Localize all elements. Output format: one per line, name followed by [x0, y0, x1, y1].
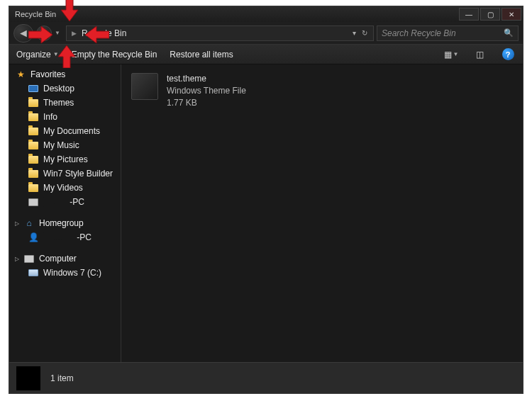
sidebar-item-label: Windows 7 (C:) [43, 268, 101, 278]
explorer-window: Recycle Bin — ▢ ✕ ◄ ► ▼ ▶ Recycle Bin ▾ … [9, 6, 523, 394]
computer-group: ▷ Computer Windows 7 (C:) [9, 252, 121, 280]
arrow-left-icon: ◄ [18, 27, 29, 40]
file-size: 1.77 KB [167, 97, 246, 109]
details-pane: 1 item [9, 362, 523, 393]
forward-button[interactable]: ► [36, 26, 52, 41]
computer-header[interactable]: ▷ Computer [9, 252, 121, 266]
expand-icon: ▷ [15, 220, 19, 227]
computer-icon [23, 254, 35, 264]
desktop-icon [28, 84, 39, 94]
preview-pane-icon: ◫ [476, 50, 484, 60]
folder-icon [28, 140, 39, 150]
history-dropdown[interactable]: ▼ [55, 30, 63, 36]
sidebar-item-desktop[interactable]: Desktop [9, 81, 121, 96]
maximize-icon: ▢ [487, 11, 494, 18]
breadcrumb-segment[interactable]: Recycle Bin [79, 28, 129, 38]
sidebar-item-my-pictures[interactable]: My Pictures [9, 152, 121, 166]
address-bar[interactable]: ▶ Recycle Bin ▾ ↻ [66, 26, 374, 41]
sidebar-item-label: My Documents [43, 126, 100, 136]
folder-icon [28, 169, 39, 179]
sidebar-item-label: Win7 Style Builder [43, 169, 113, 179]
folder-icon [28, 98, 39, 108]
search-icon: 🔍 [504, 28, 514, 38]
window-title: Recycle Bin [11, 10, 56, 18]
redacted-text: . [43, 197, 65, 207]
file-details: test.theme Windows Theme File 1.77 KB [167, 73, 246, 108]
homegroup-header[interactable]: ▷ ⌂ Homegroup [9, 216, 121, 230]
close-button[interactable]: ✕ [501, 8, 521, 21]
list-item[interactable]: test.theme Windows Theme File 1.77 KB [131, 73, 513, 108]
organize-menu[interactable]: Organize ▼ [16, 50, 59, 60]
arrow-right-icon: ► [38, 27, 50, 40]
favorites-label: Favorites [31, 69, 65, 79]
homegroup-group: ▷ ⌂ Homegroup 👤....-PC [9, 216, 121, 244]
sidebar-item-label: Themes [43, 98, 74, 108]
refresh-button[interactable]: ↻ [359, 29, 370, 37]
drive-icon [28, 268, 39, 278]
sidebar-item-info[interactable]: Info [9, 110, 121, 124]
close-icon: ✕ [509, 11, 514, 18]
details-thumbnail-icon [16, 366, 40, 390]
preview-pane-button[interactable]: ◫ [472, 47, 487, 62]
file-list[interactable]: test.theme Windows Theme File 1.77 KB [121, 64, 523, 362]
help-button[interactable]: ? [500, 47, 516, 62]
star-icon: ★ [15, 69, 26, 79]
file-type: Windows Theme File [167, 85, 246, 97]
computer-label: Computer [39, 254, 77, 264]
sidebar-item-themes[interactable]: Themes [9, 96, 121, 110]
computer-icon [28, 197, 39, 207]
search-placeholder: Search Recycle Bin [382, 28, 456, 38]
address-dropdown[interactable]: ▾ [350, 29, 359, 37]
folder-icon [28, 126, 39, 136]
navigation-pane: ★ Favorites Desktop Themes Info My Docum… [9, 64, 121, 362]
sidebar-item-label: My Music [43, 140, 79, 150]
sidebar-item-label: My Videos [43, 183, 83, 193]
sidebar-item-win7-style-builder[interactable]: Win7 Style Builder [9, 166, 121, 181]
sidebar-item-label: -PC [70, 197, 84, 207]
chevron-down-icon: ▼ [55, 30, 60, 36]
view-options-button[interactable]: ▦ ▼ [443, 47, 459, 62]
chevron-down-icon: ▼ [453, 51, 459, 57]
file-thumbnail-icon [131, 73, 158, 100]
favorites-group: ★ Favorites Desktop Themes Info My Docum… [9, 67, 121, 209]
window-body: ★ Favorites Desktop Themes Info My Docum… [9, 64, 523, 362]
organize-label: Organize [16, 50, 51, 60]
folder-icon [28, 183, 39, 193]
minimize-button[interactable]: — [459, 8, 479, 21]
redacted-text: .... [43, 232, 72, 242]
homegroup-icon: ⌂ [23, 218, 35, 228]
sidebar-item-label: Info [43, 112, 57, 122]
help-icon: ? [502, 48, 514, 60]
view-icon: ▦ [444, 50, 452, 60]
back-button[interactable]: ◄ [13, 24, 33, 43]
restore-all-button[interactable]: Restore all items [170, 50, 233, 60]
sidebar-item-homegroup-user[interactable]: 👤....-PC [9, 230, 121, 244]
minimize-icon: — [465, 11, 472, 18]
sidebar-item-label: Desktop [43, 84, 74, 94]
file-name: test.theme [167, 73, 246, 85]
expand-icon: ▷ [15, 256, 19, 262]
chevron-down-icon: ▼ [53, 51, 59, 57]
sidebar-item-label: My Pictures [43, 154, 88, 164]
user-icon: 👤 [28, 232, 39, 242]
empty-recycle-bin-button[interactable]: Empty the Recycle Bin [72, 50, 157, 60]
item-count: 1 item [50, 373, 74, 383]
breadcrumb-chevron-icon: ▶ [70, 30, 79, 37]
command-bar: Organize ▼ Empty the Recycle Bin Restore… [9, 45, 523, 64]
sidebar-item-drive-c[interactable]: Windows 7 (C:) [9, 266, 121, 280]
maximize-button[interactable]: ▢ [480, 8, 500, 21]
navigation-bar: ◄ ► ▼ ▶ Recycle Bin ▾ ↻ Search Recycle B… [9, 22, 523, 45]
folder-icon [28, 154, 39, 164]
sidebar-item-label: -PC [77, 232, 92, 242]
sidebar-item-my-videos[interactable]: My Videos [9, 181, 121, 195]
folder-icon [28, 112, 39, 122]
homegroup-label: Homegroup [39, 218, 84, 228]
title-bar: Recycle Bin — ▢ ✕ [9, 6, 523, 22]
sidebar-item-pc-shortcut[interactable]: .-PC [9, 195, 121, 209]
sidebar-item-my-music[interactable]: My Music [9, 138, 121, 152]
sidebar-item-my-documents[interactable]: My Documents [9, 124, 121, 138]
search-input[interactable]: Search Recycle Bin 🔍 [377, 26, 519, 41]
favorites-header[interactable]: ★ Favorites [9, 67, 121, 81]
